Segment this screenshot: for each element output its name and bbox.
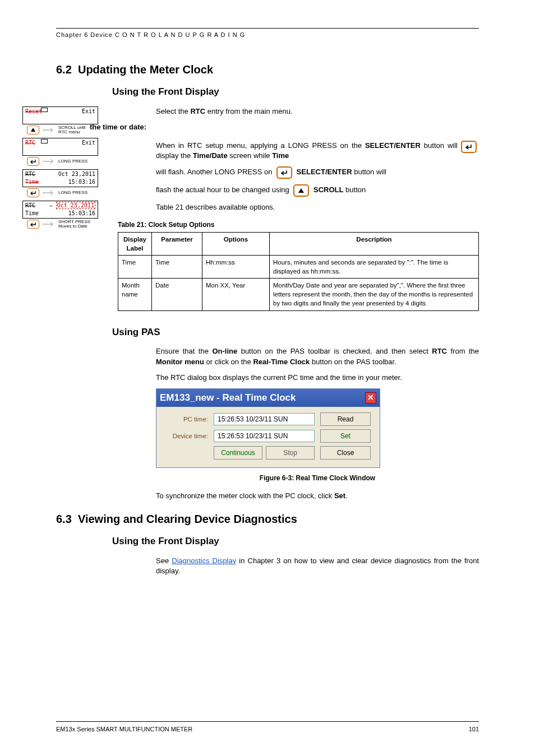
section-title: Viewing and Clearing Device Diagnostics <box>78 513 297 525</box>
lcd-text: Time <box>25 178 39 186</box>
enter-key-icon <box>27 188 39 197</box>
lcd-text: Time <box>25 210 39 217</box>
lcd-text: 15:03:16 <box>68 210 95 217</box>
device-time-label: Device time: <box>163 432 208 440</box>
read-button[interactable]: Read <box>320 412 371 426</box>
table-row: Time Time Hh:mm:ss Hours, minutes and se… <box>118 256 479 279</box>
continuous-button[interactable]: Continuous <box>214 446 262 460</box>
cell: Time <box>118 256 152 279</box>
lcd-text: – Oct 23,2011 <box>49 202 95 210</box>
lcd-text: RTC <box>25 139 35 147</box>
section-title: Updating the Meter Clock <box>78 63 213 76</box>
icon-box <box>41 108 48 112</box>
subheading-front-display: Using the Front Display <box>112 85 479 99</box>
pc-time-field: 15:26:53 10/23/11 SUN <box>214 413 315 425</box>
lcd-text: Oct 23,2011 <box>58 170 95 178</box>
stop-button[interactable]: Stop <box>266 446 315 460</box>
intro-paragraph: Select the RTC entry from the main menu. <box>156 106 479 117</box>
cell: Month name <box>118 279 152 310</box>
enter-key-icon <box>276 166 292 179</box>
btn-label: SCROLL untilRTC menu <box>58 126 86 134</box>
icon-box <box>41 139 48 143</box>
lcd-reset: Reset Exit <box>22 106 98 124</box>
cell: Month/Day Date and year are separated by… <box>270 279 479 310</box>
rtc-dialog: EM133_new - Real Time Clock ✕ PC time: 1… <box>156 388 380 468</box>
set-button[interactable]: Set <box>320 429 371 443</box>
col-header: Parameter <box>152 232 202 255</box>
col-header: Description <box>270 232 479 255</box>
section-num: 6.2 <box>56 63 72 76</box>
svg-marker-0 <box>31 128 35 132</box>
cell: Hours, minutes and seconds are separated… <box>270 256 479 279</box>
chapter-header: Chapter 6 Device C O N T R O L A N D U P… <box>56 31 479 39</box>
paragraph: will flash. Another LONG PRESS on SELECT… <box>156 166 479 179</box>
paragraph: flash the actual hour to be changed usin… <box>156 184 479 197</box>
pc-time-label: PC time: <box>163 415 208 424</box>
lcd-text: Exit <box>82 108 95 115</box>
pointer-icon <box>41 221 56 227</box>
svg-marker-5 <box>298 188 304 193</box>
lcd-text: RTC <box>25 170 35 178</box>
paragraph: See Diagnostics Display in Chapter 3 on … <box>156 556 479 576</box>
subheading-using-pas: Using PAS <box>112 326 479 339</box>
enter-key-icon <box>27 157 39 166</box>
lcd-rtc-edit: RTC – Oct 23,2011 Time 15:03:16 <box>22 201 98 219</box>
btn-label: SHORT PRESSMoves to Date <box>58 220 90 229</box>
cell: Date <box>152 279 202 310</box>
enter-key-icon <box>461 141 477 153</box>
close-button[interactable]: Close <box>320 446 371 460</box>
enter-key-icon <box>27 220 39 229</box>
figure-caption: Figure 6-3: Real Time Clock Window <box>156 474 479 483</box>
scroll-up-icon <box>293 184 309 197</box>
close-icon[interactable]: ✕ <box>365 392 376 403</box>
lcd-text: Reset <box>25 108 42 115</box>
footer-left: EM13x Series SMART MULTIFUNCTION METER <box>56 725 192 734</box>
section-6-2-heading: 6.2 Updating the Meter Clock <box>56 62 479 77</box>
btn-label: LONG PRESS <box>58 159 87 164</box>
scroll-up-icon <box>27 126 39 134</box>
lcd-text: Exit <box>82 139 95 147</box>
rtc-dialog-titlebar: EM133_new - Real Time Clock ✕ <box>156 389 380 407</box>
page-number: 101 <box>469 725 479 734</box>
paragraph: Table 21 describes available options. <box>156 202 479 212</box>
paragraph: To synchronize the meter clock with the … <box>156 491 479 501</box>
pointer-icon <box>41 127 56 133</box>
lcd-text: 15:03:16 <box>68 178 95 186</box>
paragraph: The RTC dialog box displays the current … <box>156 373 479 383</box>
page-footer: EM13x Series SMART MULTIFUNCTION METER 1… <box>56 721 479 734</box>
col-header: Options <box>202 232 270 255</box>
paragraph: When in RTC setup menu, applying a LONG … <box>156 141 479 161</box>
section-num: 6.3 <box>56 513 72 525</box>
subheading-front-display-2: Using the Front Display <box>112 535 479 548</box>
pointer-icon <box>41 159 56 164</box>
diagnostics-display-link[interactable]: Diagnostics Display <box>172 556 236 565</box>
cell: Time <box>152 256 202 279</box>
btn-label: LONG PRESS <box>58 191 87 195</box>
cell: Mon XX, Year <box>202 279 270 310</box>
lcd-text: RTC <box>25 202 35 210</box>
table-row: Month name Date Mon XX, Year Month/Day D… <box>118 279 479 310</box>
lcd-rtc-datetime: RTC Oct 23,2011 Time 15:03:16 <box>22 169 98 187</box>
col-header: Display Label <box>118 232 152 255</box>
device-time-field: 15:26:53 10/23/11 SUN <box>214 430 315 442</box>
lcd-rtc: RTC Exit <box>22 138 98 156</box>
section-6-3-heading: 6.3 Viewing and Clearing Device Diagnost… <box>56 511 479 527</box>
lcd-sequence-diagram: Reset Exit SCROLL untilRTC menu RTC Exit <box>22 106 112 232</box>
clock-setup-options-table: Display Label Parameter Options Descript… <box>118 232 479 311</box>
pointer-icon <box>41 190 56 196</box>
table-caption: Table 21: Clock Setup Options <box>118 220 479 230</box>
paragraph: Ensure that the On-line button on the PA… <box>156 346 479 367</box>
rtc-dialog-title: EM133_new - Real Time Clock <box>160 391 296 405</box>
cell: Hh:mm:ss <box>202 256 270 279</box>
